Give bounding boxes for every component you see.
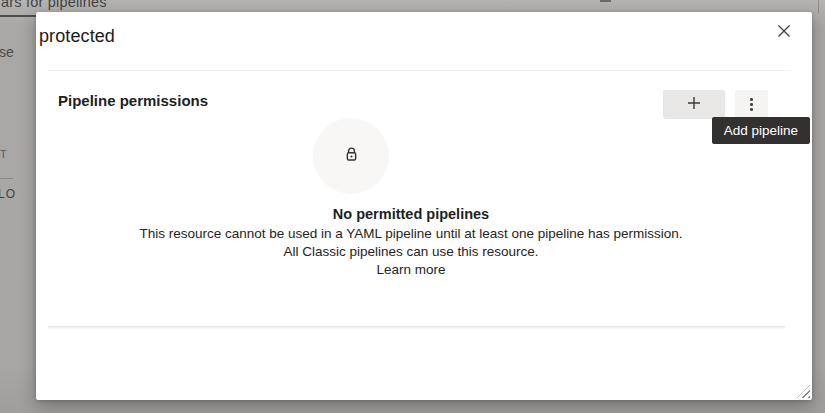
more-options-button[interactable]: [735, 90, 768, 119]
pipeline-permissions-dialog: protected Pipeline permissions Add pipel…: [36, 12, 812, 400]
empty-state-title: No permitted pipelines: [36, 206, 786, 222]
close-button[interactable]: [770, 18, 798, 46]
kebab-menu-icon: [750, 98, 753, 111]
plus-icon: [686, 95, 702, 114]
section-title: Pipeline permissions: [58, 92, 208, 109]
background-artifact: [600, 0, 611, 2]
screen: ars for pipelines se T LO protected Pipe…: [0, 0, 825, 413]
learn-more-link[interactable]: Learn more: [376, 262, 445, 277]
background-page-heading: ars for pipelines: [1, 0, 107, 10]
background-heading-underline: [0, 15, 37, 17]
background-text-fragment: T: [0, 148, 7, 160]
content-bottom-divider: [48, 326, 785, 327]
background-text-fragment: LO: [0, 187, 16, 201]
empty-state: No permitted pipelines This resource can…: [36, 206, 812, 278]
background-text-fragment: se: [0, 44, 14, 60]
title-divider: [48, 70, 790, 71]
empty-state-line2: All Classic pipelines can use this resou…: [36, 243, 786, 261]
empty-state-line1: This resource cannot be used in a YAML p…: [36, 225, 786, 243]
resize-handle[interactable]: [797, 385, 810, 398]
add-pipeline-button[interactable]: [663, 90, 725, 119]
background-border-fragment: [818, 0, 819, 13]
add-pipeline-tooltip: Add pipeline: [712, 117, 810, 144]
lock-icon: [343, 146, 360, 167]
dialog-title: protected: [39, 26, 115, 47]
background-divider-fragment: [0, 178, 13, 179]
lock-icon-circle: [313, 118, 389, 194]
close-icon: [777, 24, 791, 41]
